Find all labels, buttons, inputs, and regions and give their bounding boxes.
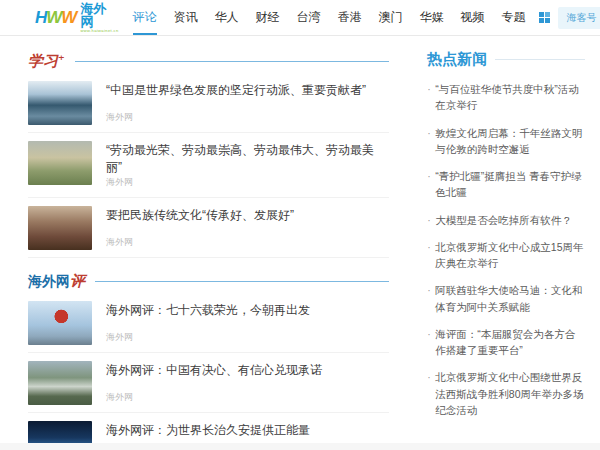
haiwaiwangping-brand-label: 海外网评 [28,272,85,291]
hot-news-sidebar: 热点新闻 “与百位驻华使节共度中秋”活动在京举行 敦煌文化周启幕：千年丝路文明与… [427,46,585,450]
article-info: 要把民族传统文化“传承好、发展好” 海外网 [106,206,389,250]
hot-news-item[interactable]: 海评面：“本届服贸会为各方合作搭建了重要平台” [427,326,585,359]
article-thumbnail[interactable] [28,301,92,345]
hot-news-header: 热点新闻 [427,50,585,69]
article-title[interactable]: 海外网评：中国有决心、有信心兑现承诺 [106,362,389,379]
article-row[interactable]: “劳动最光荣、劳动最崇高、劳动最伟大、劳动最美丽” 海外网 [28,133,389,198]
nav-tab-special[interactable]: 专题 [502,0,526,35]
section-header-haiwaiwangping: 海外网评 [28,272,389,291]
hot-news-list: “与百位驻华使节共度中秋”活动在京举行 敦煌文化周启幕：千年丝路文明与伦敦的跨时… [427,81,585,418]
article-thumbnail[interactable] [28,141,92,185]
hot-news-title: 热点新闻 [427,50,487,69]
nav-tab-comment[interactable]: 评论 [133,0,157,35]
article-thumbnail[interactable] [28,361,92,405]
page-content: 学习+ “中国是世界绿色发展的坚定行动派、重要贡献者” 海外网 “劳动最光荣、劳… [0,36,600,450]
logo-site-url: www.haiwainet.cn [80,29,118,33]
nav-tab-hongkong[interactable]: 香港 [338,0,362,35]
article-row[interactable]: 要把民族传统文化“传承好、发展好” 海外网 [28,198,389,258]
article-source: 海外网 [106,236,389,249]
article-source: 海外网 [106,331,389,344]
nav-tab-macau[interactable]: 澳门 [379,0,403,35]
article-row[interactable]: 海外网评：七十六载荣光，今朝再出发 海外网 [28,293,389,353]
nav-tab-news[interactable]: 资讯 [174,0,198,35]
article-info: 海外网评：七十六载荣光，今朝再出发 海外网 [106,301,389,345]
main-nav: 评论 资讯 华人 财经 台湾 香港 澳门 华媒 视频 专题 [133,0,526,35]
logo-text: 海外网 www.haiwainet.cn [80,2,118,33]
footer-bar [0,443,600,450]
site-header: HWW 海外网 www.haiwainet.cn 评论 资讯 华人 财经 台湾 … [0,0,600,36]
article-info: “劳动最光荣、劳动最崇高、劳动最伟大、劳动最美丽” 海外网 [106,141,389,190]
article-info: “中国是世界绿色发展的坚定行动派、重要贡献者” 海外网 [106,81,389,125]
apps-grid-icon[interactable] [539,12,550,23]
xuexi-brand-label: 学习+ [28,52,65,71]
article-row[interactable]: 海外网评：中国有决心、有信心兑现承诺 海外网 [28,353,389,413]
nav-tab-taiwan[interactable]: 台湾 [297,0,321,35]
article-title[interactable]: “中国是世界绿色发展的坚定行动派、重要贡献者” [106,82,389,99]
article-source: 海外网 [106,111,389,124]
article-title[interactable]: 海外网评：七十六载荣光，今朝再出发 [106,302,389,319]
article-thumbnail[interactable] [28,81,92,125]
nav-tab-video[interactable]: 视频 [461,0,485,35]
logo-hww-mark: HWW [35,8,76,28]
section-divider-line [95,281,389,282]
article-title[interactable]: 要把民族传统文化“传承好、发展好” [106,207,389,224]
hot-news-item[interactable]: 北京俄罗斯文化中心成立15周年庆典在京举行 [427,239,585,272]
hot-news-item[interactable]: “与百位驻华使节共度中秋”活动在京举行 [427,81,585,114]
article-thumbnail[interactable] [28,206,92,250]
article-info: 海外网评：中国有决心、有信心兑现承诺 海外网 [106,361,389,405]
nav-tab-finance[interactable]: 财经 [256,0,280,35]
section-divider-line [75,61,390,62]
article-list-column: 学习+ “中国是世界绿色发展的坚定行动派、重要贡献者” 海外网 “劳动最光荣、劳… [28,46,389,450]
sidebar-divider-line [495,59,585,60]
hot-news-item[interactable]: 北京俄罗斯文化中心围绕世界反法西斯战争胜利80周年举办多场纪念活动 [427,369,585,418]
article-title[interactable]: “劳动最光荣、劳动最崇高、劳动最伟大、劳动最美丽” [106,142,389,176]
haike-account-button[interactable]: 海客号 [558,7,600,29]
article-title[interactable]: 海外网评：为世界长治久安提供正能量 [106,422,389,439]
article-row[interactable]: “中国是世界绿色发展的坚定行动派、重要贡献者” 海外网 [28,73,389,133]
section-header-xuexi: 学习+ [28,52,389,71]
nav-tab-chinese[interactable]: 华人 [215,0,239,35]
logo-site-name: 海外网 [80,2,118,28]
hot-news-item[interactable]: 敦煌文化周启幕：千年丝路文明与伦敦的跨时空邂逅 [427,125,585,158]
site-logo[interactable]: HWW 海外网 www.haiwainet.cn [35,2,119,33]
article-source: 海外网 [106,176,389,189]
hot-news-item[interactable]: 阿联酋驻华大使哈马迪：文化和体育为阿中关系赋能 [427,282,585,315]
article-source: 海外网 [106,391,389,404]
nav-tab-media[interactable]: 华媒 [420,0,444,35]
hot-news-item[interactable]: 大模型是否会吃掉所有软件？ [427,212,585,228]
hot-news-item[interactable]: “青护北疆”挺膺担当 青春守护绿色北疆 [427,168,585,201]
